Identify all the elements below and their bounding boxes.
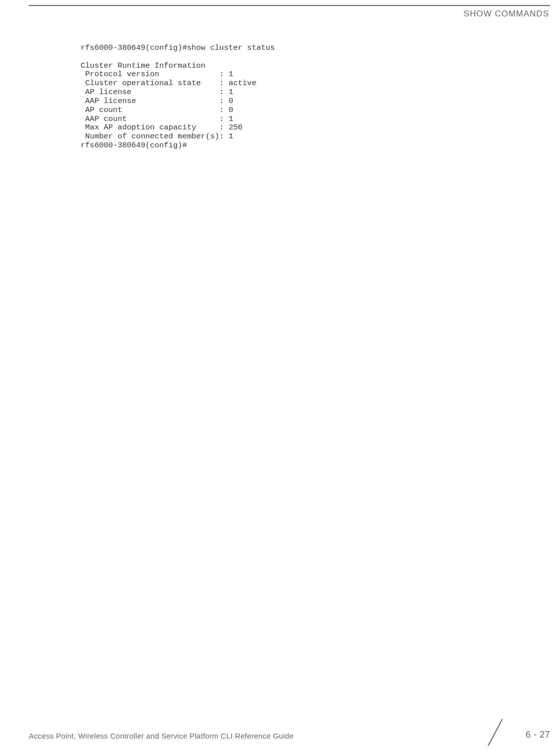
cli-prompt-command: rfs6000-380649(config)#show cluster stat… xyxy=(81,43,275,52)
cli-row-label: Number of connected member(s) xyxy=(81,132,219,141)
cli-row-value: 1 xyxy=(229,114,233,123)
cli-row-value: 1 xyxy=(229,70,233,79)
cli-row-value: 1 xyxy=(229,132,233,141)
header-divider xyxy=(29,5,550,6)
cli-row-value: 256 xyxy=(229,123,243,132)
cli-output: rfs6000-380649(config)#show cluster stat… xyxy=(81,44,275,150)
cli-row-label: Max AP adoption capacity xyxy=(81,123,219,132)
cli-row-value: 0 xyxy=(229,97,233,106)
cli-heading: Cluster Runtime Information xyxy=(81,61,205,70)
cli-row-label: AAP license xyxy=(81,97,219,106)
page-footer: Access Point, Wireless Controller and Se… xyxy=(29,725,550,740)
cli-row-value: 0 xyxy=(229,106,233,114)
cli-row-label: AAP count xyxy=(81,114,219,123)
footer-slash-decoration xyxy=(489,719,514,744)
cli-row-label: AP license xyxy=(81,88,219,97)
footer-doc-title: Access Point, Wireless Controller and Se… xyxy=(29,732,293,740)
cli-row-label: Protocol version xyxy=(81,70,219,79)
cli-prompt: rfs6000-380649(config)# xyxy=(81,141,187,150)
cli-row-value: active xyxy=(229,79,257,88)
section-header: SHOW COMMANDS xyxy=(464,9,549,19)
cli-row-value: 1 xyxy=(229,88,233,97)
footer-page-number: 6 - 27 xyxy=(526,730,550,740)
cli-row-label: Cluster operational state xyxy=(81,79,219,88)
cli-row-label: AP count xyxy=(81,106,219,114)
